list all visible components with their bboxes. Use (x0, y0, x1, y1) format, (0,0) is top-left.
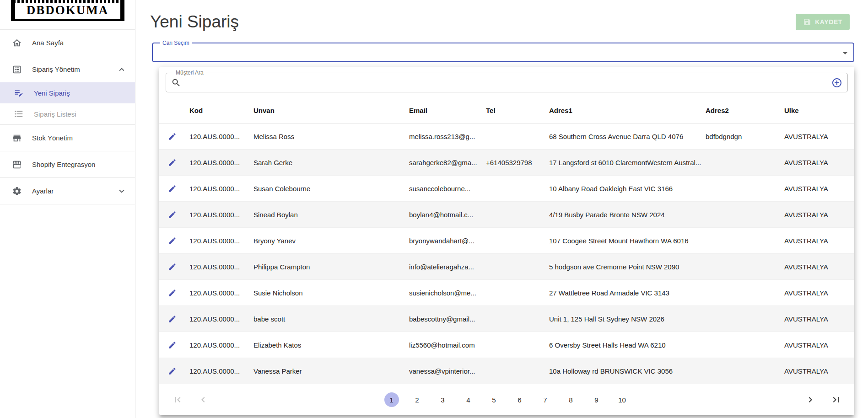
cell-kod: 120.AUS.0000... (185, 289, 249, 297)
table-row[interactable]: 120.AUS.0000... Susie Nicholson susienic… (159, 280, 854, 306)
pencil-edit-icon[interactable] (168, 289, 177, 297)
cell-kod: 120.AUS.0000... (185, 367, 249, 375)
cari-secim-label: Cari Seçim (162, 40, 189, 46)
pencil-edit-icon[interactable] (168, 263, 177, 271)
sidebar-item-shopify-entegrasyon[interactable]: Shopify Entegrasyon (0, 151, 135, 177)
table-row[interactable]: 120.AUS.0000... babe scott babescottny@g… (159, 306, 854, 332)
pencil-edit-icon[interactable] (168, 367, 177, 375)
prev-page-button[interactable] (194, 391, 212, 409)
cell-email: liz5560@hotmail.com (404, 341, 481, 349)
cell-adres1: 10 Albany Road Oakleigh East VIC 3166 (545, 185, 701, 193)
table-header-row: Kod Unvan Email Tel Adres1 Adres2 Ulke (159, 98, 854, 123)
cell-tel: +61405329798 (481, 159, 545, 166)
cell-adres1: Unit 1, 125 Hall St Sydney NSW 2026 (545, 315, 701, 323)
pagination: 1 2 3 4 5 6 7 8 9 10 (159, 384, 854, 415)
table-row[interactable]: 120.AUS.0000... Melissa Ross melissa.ros… (159, 123, 854, 150)
sidebar-item-siparis-listesi[interactable]: Sipariş Listesi (0, 103, 135, 124)
chevron-up-icon (117, 64, 127, 75)
pencil-edit-icon[interactable] (168, 315, 177, 323)
pencil-edit-icon[interactable] (168, 210, 177, 219)
table-row[interactable]: 120.AUS.0000... Sinead Boylan boylan4@ho… (159, 202, 854, 228)
page-number-button[interactable]: 1 (384, 392, 399, 407)
table-row[interactable]: 120.AUS.0000... Bryony Yanev bryonywanda… (159, 228, 854, 254)
page-number-button[interactable]: 6 (512, 392, 527, 407)
cell-ulke: AVUSTRALYA (780, 185, 854, 193)
page-number-button[interactable]: 2 (410, 392, 425, 407)
page-number-button[interactable]: 10 (615, 392, 630, 407)
sidebar: DBDOKUMA Ana Sayfa Sipariş Yönetim Yeni … (0, 0, 135, 418)
logo-text: DBDOKUMA (11, 3, 124, 21)
cell-ulke: AVUSTRALYA (780, 133, 854, 140)
sidebar-item-ana-sayfa[interactable]: Ana Sayfa (0, 30, 135, 56)
cell-email: melissa.ross213@g... (404, 133, 481, 140)
home-icon (12, 38, 22, 48)
page-number-button[interactable]: 8 (564, 392, 578, 407)
cell-unvan: Sinead Boylan (249, 211, 404, 219)
cari-secim-select[interactable]: Cari Seçim (152, 44, 854, 62)
pencil-edit-icon[interactable] (168, 132, 177, 141)
search-icon (171, 78, 181, 88)
last-page-button[interactable] (827, 391, 845, 409)
sidebar-item-label: Sipariş Listesi (34, 110, 76, 118)
table-row[interactable]: 120.AUS.0000... Elizabeth Katos liz5560@… (159, 332, 854, 358)
pencil-edit-icon[interactable] (168, 236, 177, 245)
header-kod[interactable]: Kod (185, 107, 249, 114)
cell-email: susanccolebourne... (404, 185, 481, 193)
sidebar-item-yeni-siparis[interactable]: Yeni Sipariş (0, 82, 135, 103)
cell-email: vanessa@vpinterior... (404, 367, 481, 375)
cell-adres1: 6 Oversby Street Halls Head WA 6210 (545, 341, 701, 349)
chevron-down-icon (117, 186, 127, 196)
add-circle-icon[interactable] (831, 77, 842, 88)
sidebar-item-siparis-yonetim[interactable]: Sipariş Yönetim (0, 56, 135, 82)
sidebar-item-stok-yonetim[interactable]: Stok Yönetim (0, 125, 135, 151)
cell-adres1: 4/19 Busby Parade Bronte NSW 2024 (545, 211, 701, 219)
cell-adres1: 27 Wattletree Road Armadale VIC 3143 (545, 289, 701, 297)
cell-email: info@atelieragahza... (404, 263, 481, 271)
header-tel[interactable]: Tel (481, 107, 545, 114)
cell-email: susienicholson@me... (404, 289, 481, 297)
header-adres1[interactable]: Adres1 (545, 107, 701, 114)
cell-ulke: AVUSTRALYA (780, 341, 854, 349)
header-unvan[interactable]: Unvan (249, 107, 404, 114)
sidebar-item-ayarlar[interactable]: Ayarlar (0, 178, 135, 204)
pencil-edit-icon[interactable] (168, 184, 177, 193)
floppy-save-icon (803, 18, 811, 26)
header-ulke[interactable]: Ulke (780, 107, 854, 114)
cell-ulke: AVUSTRALYA (780, 159, 854, 166)
musteri-ara-field: Müşteri Ara (166, 73, 848, 92)
cell-unvan: Susan Colebourne (249, 185, 404, 193)
pagination-pages: 1 2 3 4 5 6 7 8 9 10 (384, 392, 630, 407)
table-row[interactable]: 120.AUS.0000... Sarah Gerke sarahgerke82… (159, 150, 854, 176)
cell-kod: 120.AUS.0000... (185, 237, 249, 245)
cell-adres1: 107 Coogee Street Mount Hawthorn WA 6016 (545, 237, 701, 245)
dropdown-caret-icon[interactable] (840, 48, 851, 59)
cell-kod: 120.AUS.0000... (185, 263, 249, 271)
list-alt-icon (12, 64, 22, 75)
first-page-button[interactable] (168, 391, 187, 409)
page-number-button[interactable]: 4 (461, 392, 476, 407)
pencil-edit-icon[interactable] (168, 158, 177, 167)
musteri-ara-input[interactable] (181, 73, 831, 92)
cell-kod: 120.AUS.0000... (185, 159, 249, 166)
next-page-button[interactable] (801, 391, 819, 409)
header-email[interactable]: Email (404, 107, 481, 114)
cell-ulke: AVUSTRALYA (780, 211, 854, 219)
cell-unvan: Vanessa Parker (249, 367, 404, 375)
pencil-edit-icon[interactable] (168, 341, 177, 349)
table-row[interactable]: 120.AUS.0000... Philippa Crampton info@a… (159, 254, 854, 280)
cell-unvan: Elizabeth Katos (249, 341, 404, 349)
page-number-button[interactable]: 9 (589, 392, 604, 407)
cell-kod: 120.AUS.0000... (185, 133, 249, 140)
page-number-button[interactable]: 3 (436, 392, 450, 407)
cell-email: sarahgerke82@gma... (404, 159, 481, 166)
page-number-button[interactable]: 5 (487, 392, 501, 407)
table-body: 120.AUS.0000... Melissa Ross melissa.ros… (159, 123, 854, 384)
table-row[interactable]: 120.AUS.0000... Vanessa Parker vanessa@v… (159, 358, 854, 384)
cell-ulke: AVUSTRALYA (780, 367, 854, 375)
table-row[interactable]: 120.AUS.0000... Susan Colebourne susancc… (159, 176, 854, 202)
page-number-button[interactable]: 7 (538, 392, 553, 407)
header-adres2[interactable]: Adres2 (701, 107, 780, 114)
cell-unvan: Susie Nicholson (249, 289, 404, 297)
save-button[interactable]: KAYDET (796, 14, 850, 30)
cell-unvan: Sarah Gerke (249, 159, 404, 166)
